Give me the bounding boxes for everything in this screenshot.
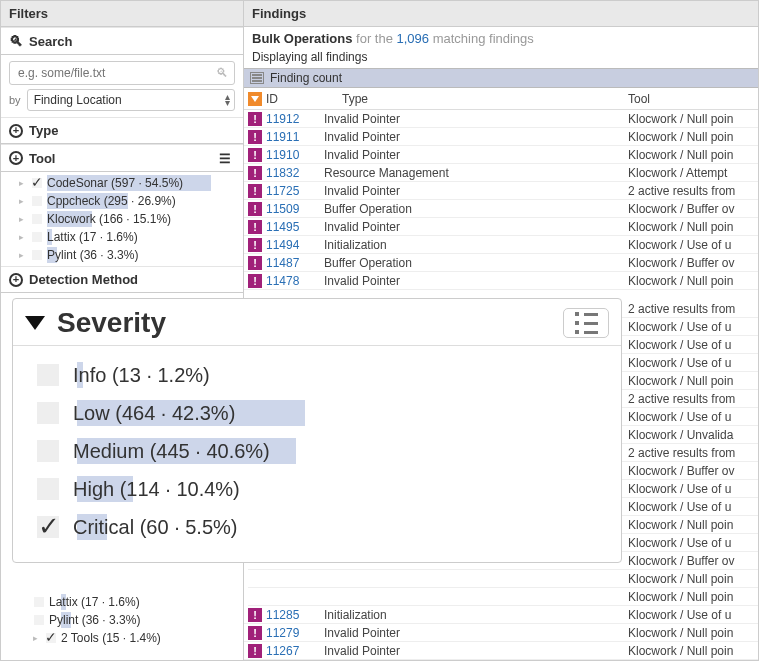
facet-checkbox[interactable] — [31, 213, 43, 225]
expand-toggle[interactable]: ▸ — [33, 633, 41, 643]
table-row[interactable]: !11495Invalid PointerKlocwork / Null poi… — [244, 218, 758, 236]
table-row[interactable]: !11285InitializationKlocwork / Use of u — [244, 606, 758, 624]
finding-id[interactable]: 11725 — [262, 184, 324, 198]
expand-toggle[interactable]: ▸ — [19, 232, 27, 242]
finding-id[interactable]: 11910 — [262, 148, 324, 162]
finding-tool: Klocwork / Use of u — [628, 320, 758, 334]
facet-item[interactable]: Lattix (17 · 1.6%) — [9, 593, 243, 611]
finding-tool: Klocwork / Null poin — [628, 572, 758, 586]
bulk-count[interactable]: 1,096 — [397, 31, 430, 46]
finding-id[interactable]: 11912 — [262, 112, 324, 126]
table-row[interactable]: !11487Buffer OperationKlocwork / Buffer … — [244, 254, 758, 272]
expand-icon: + — [9, 273, 23, 287]
facet-item[interactable]: ▸Lattix (17 · 1.6%) — [9, 228, 243, 246]
list-view-button[interactable]: ☰ — [215, 150, 235, 166]
severity-checkbox[interactable] — [37, 440, 59, 462]
severity-item[interactable]: Medium (445 · 40.6%) — [37, 432, 605, 470]
severity-popup: Severity Info (13 · 1.2%)Low (464 · 42.3… — [12, 298, 622, 563]
facet-item[interactable]: ▸Klocwork (166 · 15.1%) — [9, 210, 243, 228]
severity-checkbox[interactable] — [37, 478, 59, 500]
finding-id[interactable]: 11279 — [262, 626, 324, 640]
table-row[interactable]: !11478Invalid PointerKlocwork / Null poi… — [244, 272, 758, 290]
th-type[interactable]: Type — [342, 92, 628, 106]
finding-tool: Klocwork / Null poin — [628, 130, 758, 144]
finding-id[interactable]: 11494 — [262, 238, 324, 252]
finding-id[interactable]: 11285 — [262, 608, 324, 622]
table-row[interactable]: !11910Invalid PointerKlocwork / Null poi… — [244, 146, 758, 164]
search-input-wrap[interactable]: 🔍︎ — [9, 61, 235, 85]
th-id[interactable]: ID — [262, 92, 342, 106]
facet-summary[interactable]: ▸2 Tools (15 · 1.4%) — [9, 629, 243, 647]
list-view-button[interactable] — [563, 308, 609, 338]
finding-id[interactable]: 11495 — [262, 220, 324, 234]
finding-tool: Klocwork / Buffer ov — [628, 464, 758, 478]
detection-method-header[interactable]: + Detection Method — [1, 266, 243, 293]
severity-checkbox[interactable] — [37, 364, 59, 386]
table-row[interactable]: !11494InitializationKlocwork / Use of u — [244, 236, 758, 254]
facet-checkbox[interactable] — [45, 632, 57, 644]
finding-tool: Klocwork / Buffer ov — [628, 202, 758, 216]
finding-tool: Klocwork / Unvalida — [628, 428, 758, 442]
facet-label: Pylint (36 · 3.3%) — [49, 613, 140, 627]
facet-checkbox[interactable] — [31, 249, 43, 261]
finding-id[interactable]: 11911 — [262, 130, 324, 144]
facet-checkbox[interactable] — [31, 231, 43, 243]
finding-tool: Klocwork / Use of u — [628, 500, 758, 514]
finding-tool: Klocwork / Null poin — [628, 148, 758, 162]
sort-indicator-icon[interactable] — [248, 92, 262, 106]
severity-label: Critical (60 · 5.5%) — [73, 516, 238, 539]
search-input[interactable] — [18, 66, 210, 80]
facet-checkbox[interactable] — [33, 614, 45, 626]
facet-checkbox[interactable] — [33, 596, 45, 608]
table-row[interactable]: !11911Invalid PointerKlocwork / Null poi… — [244, 128, 758, 146]
finding-type: Invalid Pointer — [324, 220, 628, 234]
facet-checkbox[interactable] — [31, 195, 43, 207]
table-row[interactable]: Klocwork / Null poin — [248, 588, 758, 606]
severity-item[interactable]: Low (464 · 42.3%) — [37, 394, 605, 432]
severity-item[interactable]: High (114 · 10.4%) — [37, 470, 605, 508]
severity-item[interactable]: Critical (60 · 5.5%) — [37, 508, 605, 546]
finding-id[interactable]: 11487 — [262, 256, 324, 270]
collapse-icon[interactable] — [25, 316, 45, 330]
finding-type: Invalid Pointer — [324, 274, 628, 288]
table-row[interactable]: !11725Invalid Pointer2 active results fr… — [244, 182, 758, 200]
th-tool[interactable]: Tool — [628, 92, 758, 106]
finding-tool: Klocwork / Use of u — [628, 608, 758, 622]
table-row[interactable]: !11912Invalid PointerKlocwork / Null poi… — [244, 110, 758, 128]
table-row[interactable]: Klocwork / Null poin — [248, 570, 758, 588]
expand-toggle[interactable]: ▸ — [19, 178, 27, 188]
table-row[interactable]: !11279Invalid PointerKlocwork / Null poi… — [244, 624, 758, 642]
table-row[interactable]: !11267Invalid PointerKlocwork / Null poi… — [244, 642, 758, 660]
finding-type: Invalid Pointer — [324, 148, 628, 162]
facet-item[interactable]: ▸Cppcheck (295 · 26.9%) — [9, 192, 243, 210]
table-row[interactable]: !11509Buffer OperationKlocwork / Buffer … — [244, 200, 758, 218]
facet-item[interactable]: ▸Pylint (36 · 3.3%) — [9, 246, 243, 264]
by-value: Finding Location — [34, 93, 122, 107]
severity-icon: ! — [248, 644, 262, 658]
severity-checkbox[interactable] — [37, 516, 59, 538]
group-icon — [250, 72, 264, 84]
finding-id[interactable]: 11832 — [262, 166, 324, 180]
finding-id[interactable]: 11509 — [262, 202, 324, 216]
type-header[interactable]: + Type — [1, 117, 243, 144]
severity-checkbox[interactable] — [37, 402, 59, 424]
group-bar[interactable]: Finding count — [244, 68, 758, 88]
expand-toggle[interactable]: ▸ — [19, 214, 27, 224]
facet-checkbox[interactable] — [31, 177, 43, 189]
by-label: by — [9, 94, 21, 106]
facet-item[interactable]: ▸CodeSonar (597 · 54.5%) — [9, 174, 243, 192]
by-select[interactable]: Finding Location ▴▾ — [27, 89, 235, 111]
table-row[interactable]: !11832Resource ManagementKlocwork / Atte… — [244, 164, 758, 182]
finding-id[interactable]: 11478 — [262, 274, 324, 288]
expand-toggle[interactable]: ▸ — [19, 250, 27, 260]
expand-toggle[interactable]: ▸ — [19, 196, 27, 206]
severity-item[interactable]: Info (13 · 1.2%) — [37, 356, 605, 394]
expand-icon: + — [9, 151, 23, 165]
finding-id[interactable]: 11267 — [262, 644, 324, 658]
severity-label: High (114 · 10.4%) — [73, 478, 240, 501]
severity-icon: ! — [248, 626, 262, 640]
finding-tool: Klocwork / Use of u — [628, 356, 758, 370]
tool-header[interactable]: + Tool ☰ — [1, 144, 243, 172]
facet-item[interactable]: Pylint (36 · 3.3%) — [9, 611, 243, 629]
finding-tool: Klocwork / Use of u — [628, 536, 758, 550]
